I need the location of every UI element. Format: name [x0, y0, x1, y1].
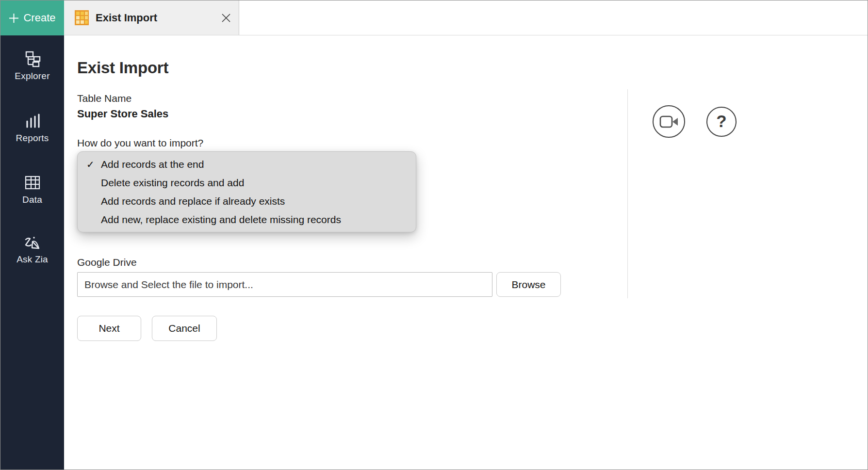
app-window: Create Exist Import [0, 0, 868, 470]
menu-item-add-records-at-end[interactable]: ✓ Add records at the end [78, 155, 416, 174]
check-icon: ✓ [86, 159, 101, 170]
question-mark-icon: ? [716, 112, 726, 131]
menu-item-add-and-replace-existing[interactable]: Add records and replace if already exist… [78, 192, 416, 211]
table-grid-icon [74, 10, 89, 26]
menu-item-delete-existing-and-add[interactable]: Delete existing records and add [78, 174, 416, 192]
vertical-divider [627, 89, 628, 298]
sidebar-item-explorer[interactable]: Explorer [0, 50, 64, 81]
close-icon[interactable] [220, 12, 232, 24]
sidebar: Explorer Reports Data [0, 35, 64, 470]
help-button[interactable]: ? [706, 107, 737, 137]
data-icon [24, 174, 41, 191]
video-camera-icon [659, 114, 679, 129]
menu-item-add-replace-delete-missing[interactable]: Add new, replace existing and delete mis… [78, 211, 416, 229]
file-path-input[interactable] [77, 272, 492, 297]
topbar: Create Exist Import [0, 0, 868, 35]
sidebar-item-label: Explorer [15, 71, 49, 81]
plus-icon [9, 13, 19, 23]
explorer-icon [24, 50, 41, 67]
next-button[interactable]: Next [77, 316, 141, 341]
sidebar-item-label: Reports [16, 133, 49, 144]
create-button-label: Create [23, 12, 55, 24]
menu-item-label: Add new, replace existing and delete mis… [101, 214, 341, 226]
table-name-label: Table Name [77, 93, 131, 104]
menu-item-label: Add records at the end [101, 159, 204, 170]
zia-icon [23, 235, 42, 251]
sidebar-item-label: Ask Zia [16, 254, 48, 265]
browse-button[interactable]: Browse [496, 272, 561, 297]
google-drive-label: Google Drive [77, 257, 137, 268]
create-button[interactable]: Create [0, 0, 64, 35]
reports-icon [24, 112, 41, 130]
tab-exist-import[interactable]: Exist Import [64, 0, 239, 35]
sidebar-item-data[interactable]: Data [0, 174, 64, 205]
menu-item-label: Delete existing records and add [101, 177, 244, 189]
tab-title: Exist Import [96, 12, 157, 24]
sidebar-item-reports[interactable]: Reports [0, 112, 64, 144]
cancel-button[interactable]: Cancel [152, 316, 217, 341]
sidebar-item-ask-zia[interactable]: Ask Zia [0, 235, 64, 265]
import-mode-dropdown-menu: ✓ Add records at the end Delete existing… [77, 151, 416, 232]
table-name-value: Super Store Sales [77, 108, 168, 120]
page-title: Exist Import [77, 59, 168, 77]
sidebar-item-label: Data [22, 194, 42, 205]
video-tutorial-button[interactable] [653, 105, 685, 138]
menu-item-label: Add records and replace if already exist… [101, 195, 285, 207]
import-mode-question: How do you want to import? [77, 137, 203, 149]
